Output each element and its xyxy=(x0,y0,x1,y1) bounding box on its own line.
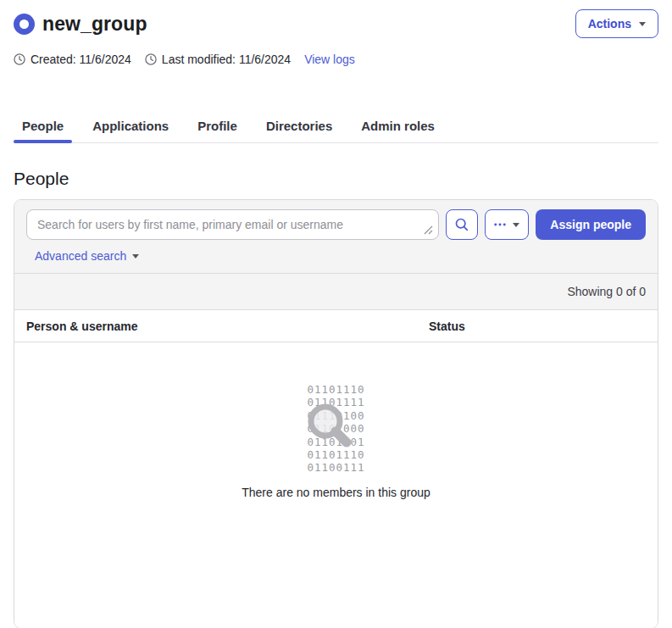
view-logs-link[interactable]: View logs xyxy=(304,53,355,66)
search-button[interactable] xyxy=(446,209,478,240)
column-header-person: Person & username xyxy=(26,320,429,333)
chevron-down-icon xyxy=(132,254,139,258)
members-table-header: Person & username Status xyxy=(14,310,658,342)
tab-directories[interactable]: Directories xyxy=(258,112,341,142)
modified-text: Last modified: 11/6/2024 xyxy=(162,53,291,66)
created-text: Created: 11/6/2024 xyxy=(31,53,131,66)
tab-profile[interactable]: Profile xyxy=(189,112,246,142)
magnifier-icon xyxy=(303,398,360,456)
page-header: new_group Actions xyxy=(14,0,658,39)
clock-icon xyxy=(14,53,25,65)
actions-button[interactable]: Actions xyxy=(575,9,658,38)
people-section-heading: People xyxy=(14,169,658,189)
search-icon xyxy=(455,218,469,231)
more-options-icon xyxy=(494,223,506,226)
search-panel: Assign people Advanced search xyxy=(14,200,658,274)
advanced-search-link[interactable]: Advanced search xyxy=(35,249,126,263)
modified-meta: Last modified: 11/6/2024 xyxy=(145,53,291,66)
binary-line: 01101110 xyxy=(307,383,364,396)
group-detail-page: new_group Actions Created: 11/6/2024 Las… xyxy=(0,0,672,628)
tab-applications[interactable]: Applications xyxy=(84,112,177,142)
showing-count-text: Showing 0 of 0 xyxy=(567,285,646,298)
binary-line: 01100111 xyxy=(307,461,364,474)
created-meta: Created: 11/6/2024 xyxy=(14,53,131,66)
tab-people[interactable]: People xyxy=(14,112,72,142)
group-icon xyxy=(14,14,35,35)
group-meta-row: Created: 11/6/2024 Last modified: 11/6/2… xyxy=(14,51,658,68)
actions-button-label: Actions xyxy=(588,17,631,31)
chevron-down-icon xyxy=(513,223,519,227)
people-card: Assign people Advanced search Showing 0 … xyxy=(14,199,658,628)
tab-admin-roles[interactable]: Admin roles xyxy=(353,112,443,142)
people-search-input[interactable] xyxy=(26,209,439,240)
empty-state: 01101110 01101111 01110100 01101000 0110… xyxy=(14,342,658,499)
page-title: new_group xyxy=(42,13,147,36)
search-row: Assign people xyxy=(26,209,646,240)
search-input-wrap xyxy=(26,209,439,240)
assign-people-button[interactable]: Assign people xyxy=(536,209,646,240)
group-identity: new_group xyxy=(14,13,147,36)
more-options-button[interactable] xyxy=(485,209,529,240)
column-header-status: Status xyxy=(429,320,646,333)
members-table-body: 01101110 01101111 01110100 01101000 0110… xyxy=(14,342,658,628)
advanced-search-row: Advanced search xyxy=(26,249,646,263)
resize-grip-icon[interactable] xyxy=(424,225,433,235)
results-count-bar: Showing 0 of 0 xyxy=(14,274,658,310)
clock-icon xyxy=(145,53,157,65)
binary-art: 01101110 01101111 01110100 01101000 0110… xyxy=(307,383,364,475)
group-tabs: People Applications Profile Directories … xyxy=(14,112,658,143)
empty-state-message: There are no members in this group xyxy=(14,486,658,499)
chevron-down-icon xyxy=(639,22,646,26)
